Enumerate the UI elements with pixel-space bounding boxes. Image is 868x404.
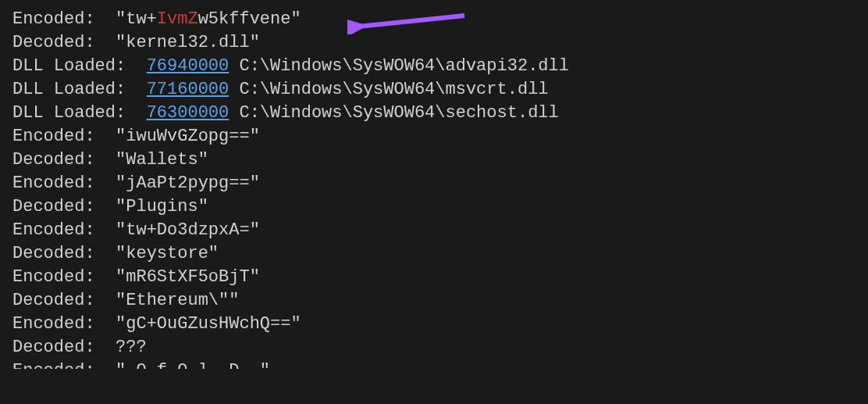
label: Encoded: xyxy=(12,9,95,29)
label: Decoded: xyxy=(12,33,95,52)
label: Encoded: xyxy=(12,361,95,369)
value: "Ethereum\"" xyxy=(116,291,239,310)
address-link[interactable]: 76300000 xyxy=(147,103,229,123)
log-line-decoded: Decoded: ??? xyxy=(0,336,868,359)
address-link[interactable]: 77160000 xyxy=(147,80,229,99)
label: Decoded: xyxy=(12,338,95,357)
log-line-encoded: Encoded: "iwuWvGZopg==" xyxy=(0,125,868,148)
value: " O f O l D " xyxy=(116,361,270,369)
value: "keystore" xyxy=(116,244,219,263)
value: "tw+Do3dzpxA=" xyxy=(116,220,260,240)
label: Decoded: xyxy=(12,0,95,5)
label: Encoded: xyxy=(12,267,95,287)
log-line-decoded: Decoded: "keystore" xyxy=(0,242,868,266)
dll-path: C:\Windows\SysWOW64\sechost.dll xyxy=(239,103,558,123)
log-line-encoded: Encoded: "gC+OuGZusHWchQ==" xyxy=(0,313,868,336)
log-line-decoded: Decoded: "kernel32.dll" xyxy=(0,31,868,55)
log-line-decoded: Decoded: "Ethereum\"" xyxy=(0,289,868,313)
label: DLL Loaded: xyxy=(12,103,126,123)
open-quote: " xyxy=(116,9,126,29)
label: Decoded: xyxy=(12,291,95,310)
value: "mR6StXF5oBjT" xyxy=(116,267,260,287)
value: "gC+OuGZusHWchQ==" xyxy=(116,314,301,334)
log-line-encoded: Encoded: "mR6StXF5oBjT" xyxy=(0,266,868,289)
encoded-prefix: tw+ xyxy=(126,9,157,29)
label: Encoded: xyxy=(12,127,95,146)
label: Encoded: xyxy=(12,220,95,240)
value: "jAaPt2pypg==" xyxy=(116,173,260,193)
log-line-dll: DLL Loaded: 77160000 C:\Windows\SysWOW64… xyxy=(0,78,868,102)
partial-line-bottom: Encoded: " O f O l D " xyxy=(0,359,868,369)
close-quote: " xyxy=(290,9,301,29)
log-line-encoded: Encoded: "tw+Do3dzpxA=" xyxy=(0,219,868,242)
value: "Plugins" xyxy=(116,197,208,216)
label: DLL Loaded: xyxy=(12,80,126,99)
label: Encoded: xyxy=(12,314,95,334)
address-link[interactable]: 76940000 xyxy=(147,56,229,76)
dll-path: C:\Windows\SysWOW64\advapi32.dll xyxy=(239,56,568,76)
log-line-encoded: Encoded: "tw+IvmZw5kffvene" xyxy=(0,8,868,31)
log-line-encoded: Encoded: "jAaPt2pypg==" xyxy=(0,172,868,195)
log-line-decoded: Decoded: "Wallets" xyxy=(0,148,868,172)
label: DLL Loaded: xyxy=(12,56,126,76)
value: ??? xyxy=(116,338,147,357)
log-line-dll: DLL Loaded: 76300000 C:\Windows\SysWOW64… xyxy=(0,102,868,125)
log-line-decoded: Decoded: "Plugins" xyxy=(0,195,868,219)
encoded-suffix: w5kffvene xyxy=(198,9,291,29)
label: Decoded: xyxy=(12,197,95,216)
value: ??? xyxy=(116,0,147,5)
decoded-value: "kernel32.dll" xyxy=(116,33,260,52)
encoded-highlight: IvmZ xyxy=(157,9,198,29)
label: Decoded: xyxy=(12,150,95,170)
label: Encoded: xyxy=(12,173,95,193)
partial-line-top: Decoded: ??? xyxy=(0,0,868,8)
value: "Wallets" xyxy=(116,150,208,170)
log-line-dll: DLL Loaded: 76940000 C:\Windows\SysWOW64… xyxy=(0,55,868,78)
label: Decoded: xyxy=(12,244,95,263)
dll-path: C:\Windows\SysWOW64\msvcrt.dll xyxy=(239,80,548,99)
value: "iwuWvGZopg==" xyxy=(116,127,260,146)
